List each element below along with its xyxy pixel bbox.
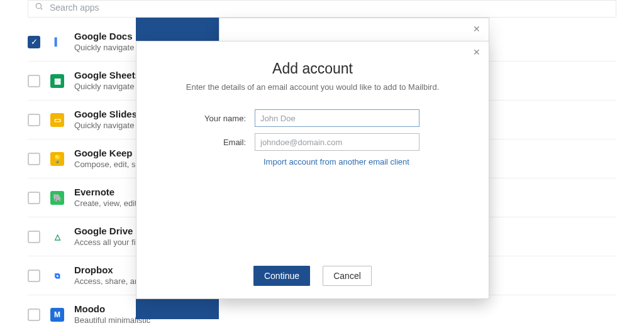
app-checkbox[interactable] (28, 308, 40, 321)
app-checkbox[interactable] (28, 36, 40, 48)
list-item: MMoodoBeautiful minimalistic (28, 295, 616, 333)
dialog-subtitle: Enter the details of an email account yo… (148, 82, 477, 92)
app-icon: ▍ (50, 35, 64, 49)
add-account-form: Your name: Email: Import account from an… (148, 109, 477, 166)
dialog-title: Add account (148, 60, 477, 77)
cancel-button[interactable]: Cancel (323, 266, 372, 286)
name-label: Your name: (148, 114, 255, 123)
app-icon: 🐘 (50, 191, 64, 205)
app-icon: ▦ (50, 74, 64, 88)
continue-button[interactable]: Continue (253, 266, 310, 286)
close-icon[interactable]: ✕ (471, 23, 482, 35)
email-label: Email: (148, 138, 255, 147)
app-checkbox[interactable] (28, 114, 40, 126)
search-input[interactable] (50, 3, 609, 13)
app-icon: △ (50, 230, 64, 244)
add-account-dialog: ✕ Add account Enter the details of an em… (136, 41, 489, 299)
svg-point-0 (36, 3, 41, 8)
search-bar[interactable] (28, 0, 616, 18)
app-icon: M (50, 308, 64, 322)
name-field[interactable] (255, 109, 419, 127)
app-checkbox[interactable] (28, 270, 40, 282)
svg-line-1 (41, 8, 43, 10)
import-account-link[interactable]: Import account from another email client (264, 157, 477, 166)
app-icon: ▭ (50, 113, 64, 127)
app-icon: 💡 (50, 152, 64, 166)
app-checkbox[interactable] (28, 153, 40, 165)
app-icon: ⧉ (50, 269, 64, 283)
app-checkbox[interactable] (28, 192, 40, 204)
app-checkbox[interactable] (28, 231, 40, 243)
email-field[interactable] (255, 133, 419, 151)
close-icon[interactable]: ✕ (471, 46, 482, 58)
app-checkbox[interactable] (28, 75, 40, 87)
search-icon (35, 2, 43, 13)
